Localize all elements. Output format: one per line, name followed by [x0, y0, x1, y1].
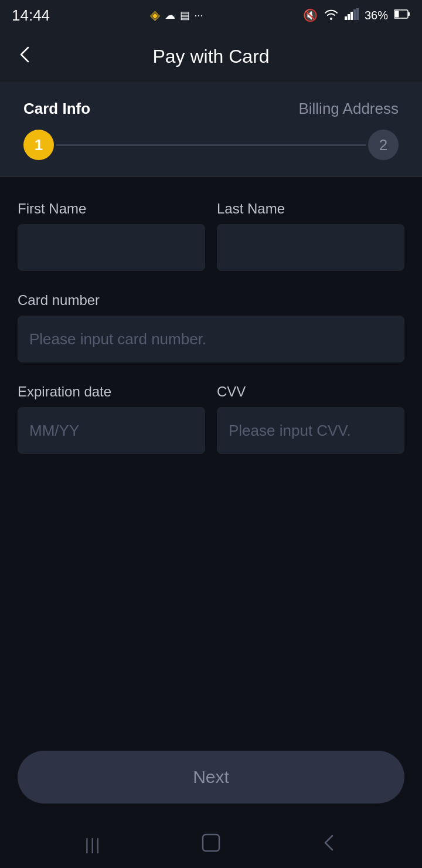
battery-percentage: 36% [365, 9, 388, 22]
svg-rect-1 [348, 14, 350, 20]
more-icon: ··· [195, 9, 203, 22]
wifi-icon [324, 8, 339, 23]
status-center-icons: ◈ ☁ ▤ ··· [150, 8, 203, 23]
step2-circle: 2 [368, 130, 399, 160]
first-name-group: First Name [18, 201, 205, 271]
step-indicator-card: Card Info Billing Address 1 2 [0, 83, 422, 177]
back-button[interactable] [14, 44, 35, 70]
step1-label: Card Info [23, 100, 90, 118]
status-right-icons: 🔇 36% [303, 8, 410, 23]
svg-rect-8 [203, 835, 219, 851]
expiry-label: Expiration date [18, 384, 205, 400]
svg-rect-4 [356, 8, 359, 20]
battery-icon [394, 9, 410, 22]
card-form: First Name Last Name Card number Expirat… [0, 177, 422, 607]
card-number-group: Card number [18, 292, 404, 362]
bottom-button-area: Next [0, 739, 422, 821]
nav-bar: Pay with Card [0, 30, 422, 83]
mute-icon: 🔇 [303, 8, 318, 22]
bottom-home-icon[interactable] [200, 832, 222, 857]
expiry-cvv-row: Expiration date CVV [18, 384, 404, 454]
page-title: Pay with Card [152, 46, 269, 67]
storage-icon: ▤ [180, 9, 190, 22]
bottom-nav: ||| [0, 821, 422, 868]
cvv-input[interactable] [217, 407, 404, 454]
step2-label: Billing Address [298, 100, 399, 118]
card-number-input[interactable] [18, 316, 404, 362]
cvv-group: CVV [217, 384, 404, 454]
svg-rect-0 [345, 16, 347, 20]
svg-rect-7 [408, 12, 410, 16]
first-name-label: First Name [18, 201, 205, 217]
bottom-menu-icon[interactable]: ||| [85, 835, 101, 854]
status-time: 14:44 [12, 6, 50, 25]
last-name-group: Last Name [217, 201, 404, 271]
bottom-back-icon[interactable] [321, 832, 337, 857]
svg-rect-2 [350, 12, 353, 20]
step-progress: 1 2 [23, 130, 399, 160]
status-bar: 14:44 ◈ ☁ ▤ ··· 🔇 [0, 0, 422, 30]
step-progress-line [56, 144, 366, 146]
last-name-input[interactable] [217, 224, 404, 271]
svg-rect-6 [395, 11, 399, 18]
step1-circle: 1 [23, 130, 54, 160]
cloud-icon: ☁ [165, 9, 175, 22]
name-row: First Name Last Name [18, 201, 404, 271]
spacer [0, 607, 422, 739]
expiry-group: Expiration date [18, 384, 205, 454]
cvv-label: CVV [217, 384, 404, 400]
binance-icon: ◈ [150, 8, 160, 23]
svg-rect-3 [353, 9, 356, 20]
next-button[interactable]: Next [18, 751, 404, 803]
last-name-label: Last Name [217, 201, 404, 217]
first-name-input[interactable] [18, 224, 205, 271]
card-number-label: Card number [18, 292, 404, 308]
signal-icon [345, 8, 359, 23]
step-labels: Card Info Billing Address [23, 100, 399, 118]
expiry-input[interactable] [18, 407, 205, 454]
